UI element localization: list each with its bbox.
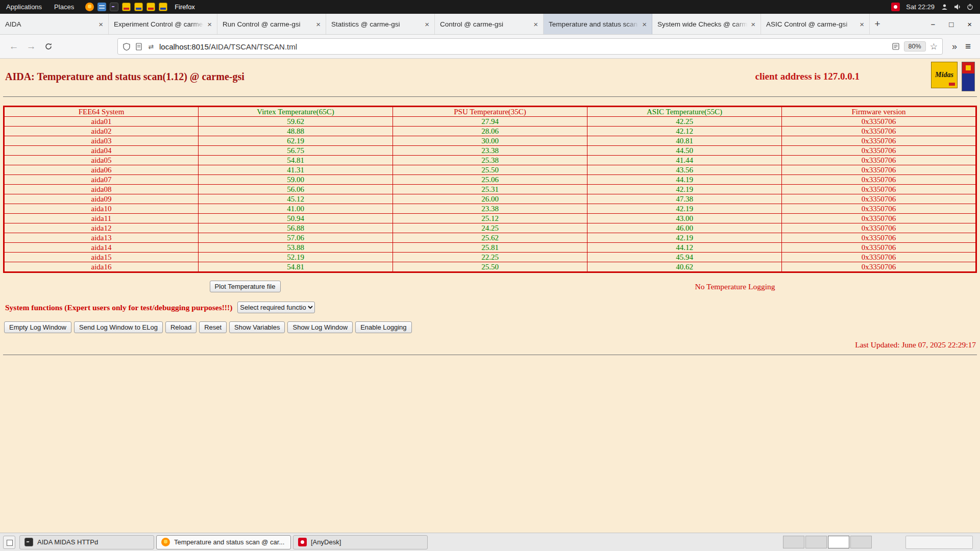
midas-app-icon-1[interactable] <box>122 3 131 11</box>
files-launcher-icon[interactable] <box>97 3 106 11</box>
taskbar-item-label: Temperature and status scan @ car... <box>174 538 286 546</box>
cell-fee64-name: aida06 <box>4 165 199 175</box>
overflow-menu-icon[interactable]: » <box>948 41 961 52</box>
connection-icon[interactable]: ⇄ <box>147 42 155 51</box>
site-info-icon[interactable] <box>135 42 143 51</box>
reader-mode-icon[interactable] <box>892 42 900 51</box>
zoom-level-indicator[interactable]: 80% <box>904 41 926 52</box>
table-row: aida02 48.88 28.06 42.12 0x3350706 <box>4 127 976 136</box>
workspace-cell[interactable] <box>805 536 827 548</box>
cell-asic-temperature: 46.00 <box>587 223 782 233</box>
taskbar-item-anydesk[interactable]: [AnyDesk] <box>293 535 428 549</box>
power-icon[interactable] <box>966 3 974 11</box>
function-select[interactable]: Select required function <box>237 302 315 313</box>
action-button[interactable]: Empty Log Window <box>4 321 71 333</box>
tab-close-icon[interactable]: × <box>207 20 212 29</box>
temperature-table: FEE64 System Virtex Temperature(65C) PSU… <box>3 106 977 273</box>
applications-menu[interactable]: Applications <box>0 0 48 14</box>
browser-tab[interactable]: Run Control @ carme-gsi × <box>217 14 326 34</box>
reload-button[interactable] <box>40 38 57 55</box>
cell-fee64-name: aida13 <box>4 233 199 243</box>
tab-title: AIDA <box>5 20 95 28</box>
plot-row: Plot Temperature file No Temperature Log… <box>0 281 980 292</box>
cell-fee64-name: aida01 <box>4 117 199 127</box>
cell-psu-temperature: 25.06 <box>393 175 587 185</box>
cell-psu-temperature: 24.25 <box>393 223 587 233</box>
anydesk-tray-icon[interactable] <box>891 3 900 11</box>
browser-tab[interactable]: AIDA × <box>0 14 109 34</box>
workspace-cell[interactable] <box>850 536 872 548</box>
tab-close-icon[interactable]: × <box>860 20 864 29</box>
window-maximize-button[interactable]: □ <box>949 20 953 29</box>
cell-asic-temperature: 40.81 <box>587 136 782 146</box>
users-status-icon[interactable] <box>941 3 948 11</box>
header-divider <box>3 96 977 97</box>
cell-psu-temperature: 23.38 <box>393 204 587 214</box>
midas-app-icon-2[interactable] <box>134 3 143 11</box>
tab-close-icon[interactable]: × <box>751 20 755 29</box>
action-button[interactable]: Show Log Window <box>287 321 353 333</box>
client-address-text: client address is 127.0.0.1 <box>755 62 860 82</box>
table-row: aida01 59.62 27.94 42.25 0x3350706 <box>4 117 976 127</box>
header-firmware-version: Firmware version <box>782 107 976 117</box>
window-minimize-button[interactable]: − <box>930 20 935 29</box>
new-tab-button[interactable]: + <box>870 14 885 34</box>
places-menu[interactable]: Places <box>48 0 80 14</box>
browser-tab[interactable]: System wide Checks @ carme-gsi × <box>652 14 761 34</box>
midas-app-icon-4[interactable] <box>159 3 167 11</box>
cell-virtex-temperature: 57.06 <box>199 233 393 243</box>
browser-tab[interactable]: Control @ carme-gsi × <box>435 14 544 34</box>
midas-app-icon-3[interactable] <box>146 3 155 11</box>
browser-tab[interactable]: Temperature and status scan @ carme-gsi … <box>544 14 652 34</box>
browser-tab[interactable]: ASIC Control @ carme-gsi × <box>761 14 870 34</box>
action-button[interactable]: Reload <box>165 321 197 333</box>
url-text[interactable]: localhost:8015/AIDA/TSCAN/TSCAN.tml <box>159 42 888 51</box>
cell-virtex-temperature: 56.06 <box>199 185 393 194</box>
action-button[interactable]: Send Log Window to ELog <box>74 321 163 333</box>
tab-close-icon[interactable]: × <box>533 20 538 29</box>
bookmark-star-icon[interactable]: ☆ <box>930 41 938 52</box>
taskbar-item-firefox[interactable]: Temperature and status scan @ car... <box>156 535 291 549</box>
window-close-button[interactable]: × <box>967 20 972 29</box>
firefox-launcher-icon[interactable] <box>85 3 94 11</box>
table-row: aida07 59.00 25.06 44.19 0x3350706 <box>4 175 976 185</box>
cell-firmware-version: 0x3350706 <box>782 233 976 243</box>
tab-close-icon[interactable]: × <box>642 20 647 29</box>
workspace-cell[interactable] <box>828 536 849 548</box>
action-button[interactable]: Reset <box>199 321 227 333</box>
browser-tab[interactable]: Statistics @ carme-gsi × <box>326 14 435 34</box>
cell-virtex-temperature: 59.00 <box>199 175 393 185</box>
table-row: aida13 57.06 25.62 42.19 0x3350706 <box>4 233 976 243</box>
browser-tab[interactable]: Experiment Control @ carme-gsi × <box>109 14 217 34</box>
clock[interactable]: Sat 22:29 <box>906 3 935 11</box>
volume-icon[interactable] <box>953 3 961 11</box>
cell-asic-temperature: 47.38 <box>587 194 782 204</box>
system-functions-row: System functions (Expert users only for … <box>0 302 980 313</box>
cell-psu-temperature: 25.62 <box>393 233 587 243</box>
midas-logo: Midas <box>931 62 958 88</box>
tracking-shield-icon[interactable] <box>122 42 131 51</box>
plot-temperature-button[interactable]: Plot Temperature file <box>210 281 281 292</box>
url-bar[interactable]: ⇄ localhost:8015/AIDA/TSCAN/TSCAN.tml 80… <box>117 38 943 55</box>
table-row: aida08 56.06 25.31 42.19 0x3350706 <box>4 185 976 194</box>
tab-close-icon[interactable]: × <box>425 20 429 29</box>
cell-virtex-temperature: 62.19 <box>199 136 393 146</box>
back-button[interactable]: ← <box>5 38 22 55</box>
action-button[interactable]: Enable Logging <box>355 321 411 333</box>
cell-virtex-temperature: 41.31 <box>199 165 393 175</box>
terminal-launcher-icon[interactable] <box>110 3 118 11</box>
cell-virtex-temperature: 45.12 <box>199 194 393 204</box>
workspace-cell[interactable] <box>783 536 804 548</box>
cell-firmware-version: 0x3350706 <box>782 117 976 127</box>
cell-psu-temperature: 22.25 <box>393 253 587 262</box>
tab-close-icon[interactable]: × <box>316 20 321 29</box>
forward-button[interactable]: → <box>22 38 40 55</box>
table-row: aida04 56.75 23.38 44.50 0x3350706 <box>4 146 976 156</box>
hamburger-menu-icon[interactable]: ≡ <box>961 41 975 52</box>
table-row: aida16 54.81 25.50 40.62 0x3350706 <box>4 262 976 272</box>
action-button[interactable]: Show Variables <box>229 321 285 333</box>
cell-asic-temperature: 42.12 <box>587 127 782 136</box>
show-desktop-button[interactable] <box>3 536 15 549</box>
taskbar-item-midas-httpd[interactable]: AIDA MIDAS HTTPd <box>19 535 154 549</box>
tab-close-icon[interactable]: × <box>99 20 103 29</box>
